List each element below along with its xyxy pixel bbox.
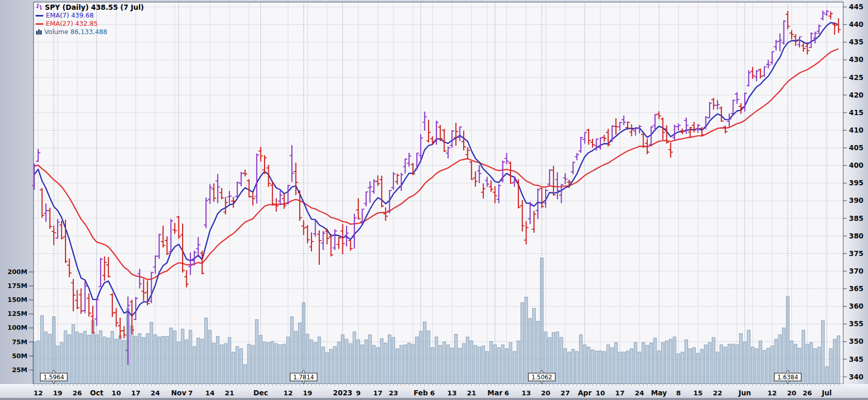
- svg-text:12: 12: [34, 389, 43, 397]
- svg-text:24: 24: [635, 389, 644, 397]
- chart-svg: 121926Oct101724Nov71421Dec1219202391723F…: [0, 0, 868, 400]
- svg-text:395: 395: [849, 179, 863, 187]
- svg-text:Oct: Oct: [90, 389, 104, 397]
- svg-text:1.7814: 1.7814: [293, 374, 314, 381]
- svg-text:425: 425: [849, 73, 863, 82]
- svg-text:13: 13: [447, 389, 456, 397]
- svg-text:13: 13: [521, 389, 531, 397]
- svg-text:10: 10: [111, 389, 121, 397]
- svg-text:8: 8: [676, 389, 681, 397]
- volume-bars-icon: [36, 28, 42, 36]
- svg-text:Mar: Mar: [487, 389, 503, 397]
- svg-text:14: 14: [205, 389, 215, 397]
- legend-ema27-row: EMA(27) 432.85: [36, 20, 144, 28]
- chart-legend: SPY (Daily) 438.55 (7 Jul) EMA(7) 439.68…: [36, 3, 144, 36]
- svg-text:19: 19: [303, 389, 312, 397]
- svg-text:24: 24: [151, 389, 160, 397]
- svg-text:Apr: Apr: [578, 389, 592, 397]
- symbol-title: SPY (Daily) 438.55 (7 Jul): [45, 3, 144, 11]
- svg-text:6: 6: [430, 389, 435, 397]
- svg-text:17: 17: [131, 389, 140, 397]
- svg-text:370: 370: [849, 267, 863, 275]
- svg-text:420: 420: [849, 91, 863, 99]
- svg-text:27: 27: [561, 389, 570, 397]
- svg-text:340: 340: [849, 373, 863, 381]
- svg-text:50M: 50M: [12, 352, 27, 360]
- svg-text:26: 26: [803, 389, 812, 397]
- svg-text:1.5062: 1.5062: [531, 374, 552, 381]
- svg-text:Nov: Nov: [171, 389, 187, 397]
- svg-text:200M: 200M: [7, 268, 27, 276]
- svg-text:17: 17: [373, 389, 383, 397]
- svg-text:Jul: Jul: [821, 389, 831, 397]
- svg-text:21: 21: [225, 389, 234, 397]
- svg-text:19: 19: [53, 389, 62, 397]
- svg-text:360: 360: [849, 302, 863, 310]
- svg-text:385: 385: [849, 214, 863, 222]
- svg-text:1.5964: 1.5964: [43, 374, 64, 381]
- volume-label: Volume 86,133,488: [44, 28, 107, 36]
- svg-text:415: 415: [849, 108, 863, 117]
- svg-text:17: 17: [615, 389, 625, 397]
- svg-text:7: 7: [188, 389, 193, 397]
- svg-text:405: 405: [849, 143, 863, 152]
- ema27-label: EMA(27) 432.85: [46, 20, 98, 28]
- svg-text:25M: 25M: [12, 366, 27, 374]
- ema7-label: EMA(7) 439.68: [46, 11, 94, 20]
- ohlc-bars-icon: [36, 3, 43, 12]
- svg-text:22: 22: [713, 389, 722, 397]
- svg-text:400: 400: [849, 161, 863, 169]
- svg-text:435: 435: [849, 38, 863, 46]
- svg-text:430: 430: [849, 55, 863, 63]
- svg-text:380: 380: [849, 232, 863, 240]
- svg-text:440: 440: [849, 20, 863, 28]
- svg-text:Feb: Feb: [414, 389, 428, 397]
- svg-text:12: 12: [283, 389, 292, 397]
- svg-text:9: 9: [356, 389, 361, 397]
- svg-text:175M: 175M: [7, 282, 27, 290]
- svg-text:355: 355: [849, 319, 863, 328]
- svg-text:May: May: [651, 389, 667, 397]
- svg-text:1.6384: 1.6384: [777, 374, 798, 381]
- stockcharts-price-chart: 121926Oct101724Nov71421Dec1219202391723F…: [0, 0, 868, 400]
- svg-text:445: 445: [849, 3, 863, 11]
- legend-volume-row: Volume 86,133,488: [36, 28, 144, 36]
- svg-text:20: 20: [787, 389, 796, 397]
- legend-title-row: SPY (Daily) 438.55 (7 Jul): [36, 3, 144, 11]
- svg-text:75M: 75M: [12, 338, 27, 346]
- svg-text:365: 365: [849, 284, 863, 293]
- svg-text:21: 21: [467, 389, 476, 397]
- svg-text:23: 23: [389, 389, 398, 397]
- svg-text:125M: 125M: [7, 310, 27, 317]
- svg-text:390: 390: [849, 196, 863, 204]
- ema7-swatch-icon: [36, 15, 43, 17]
- svg-text:15: 15: [693, 389, 702, 397]
- svg-text:26: 26: [73, 389, 82, 397]
- svg-text:2023: 2023: [333, 389, 353, 397]
- svg-text:410: 410: [849, 126, 863, 134]
- svg-text:12: 12: [767, 389, 777, 397]
- legend-ema7-row: EMA(7) 439.68: [36, 11, 144, 20]
- ema27-swatch-icon: [36, 23, 43, 25]
- svg-text:350: 350: [849, 337, 863, 345]
- window-bottom-edge: [0, 398, 868, 400]
- svg-text:Jun: Jun: [738, 389, 751, 397]
- svg-text:Dec: Dec: [253, 389, 268, 397]
- svg-text:150M: 150M: [7, 296, 27, 303]
- svg-text:20: 20: [541, 389, 550, 397]
- svg-text:375: 375: [849, 249, 863, 258]
- svg-text:10: 10: [596, 389, 605, 397]
- svg-text:6: 6: [504, 389, 509, 397]
- svg-text:345: 345: [849, 355, 863, 363]
- plot-area: [34, 2, 843, 384]
- svg-text:100M: 100M: [7, 324, 27, 331]
